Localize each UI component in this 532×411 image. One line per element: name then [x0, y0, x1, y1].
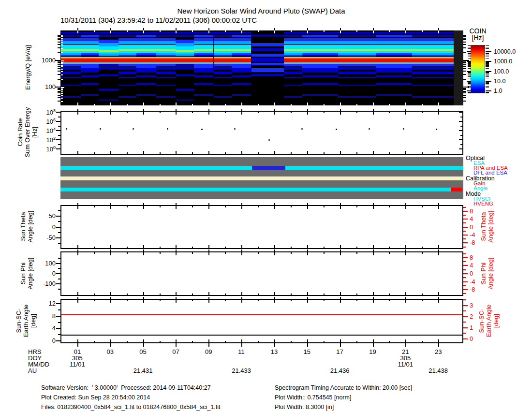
tick [463, 71, 466, 72]
spectrogram-band [302, 94, 339, 96]
tick [176, 28, 177, 30]
tick [241, 339, 242, 342]
tick [468, 59, 471, 59]
spectrogram-band [136, 68, 156, 73]
tick [291, 300, 292, 301]
tick [463, 222, 466, 223]
spectrogram-band [118, 41, 136, 45]
tick [291, 247, 292, 248]
tick [405, 252, 406, 255]
tick [486, 72, 489, 72]
tick [468, 81, 471, 82]
tick [356, 300, 357, 301]
tick [486, 59, 489, 59]
spectrogram-band [338, 85, 376, 86]
tick [61, 95, 63, 96]
tick [192, 206, 193, 207]
plot-subtitle: 10/31/2011 (304) 23:59:42 to 11/02/2011 … [60, 16, 360, 24]
spectrogram-band [376, 45, 412, 49]
tick [463, 242, 468, 243]
spectrogram-band [284, 35, 302, 37]
tick [468, 73, 471, 74]
spectrogram-band [214, 35, 232, 37]
spectrogram-band [232, 64, 251, 68]
tick [176, 151, 177, 154]
y-tick-label: 4 [470, 262, 484, 269]
tick [324, 252, 325, 254]
spectrogram-band [338, 96, 376, 98]
tick [143, 30, 144, 33]
tick [405, 109, 406, 111]
tick [241, 30, 242, 33]
spectrogram-band [376, 41, 412, 45]
tick [61, 79, 63, 80]
tick [468, 64, 471, 65]
hour-label: 05 [135, 348, 151, 355]
tick [241, 292, 242, 295]
tick [58, 279, 60, 279]
spectrogram-band [176, 32, 193, 33]
tick [438, 300, 439, 303]
plot-title: New Horizon Solar Wind Around Pluto (SWA… [116, 7, 406, 15]
spectrogram-band [156, 59, 176, 62]
tick [486, 85, 489, 85]
y-tick-label: 1 [470, 324, 484, 331]
y-tick-label: 8 [470, 207, 484, 215]
spectrogram-band [194, 41, 214, 45]
spectrogram-band [376, 64, 412, 68]
tick [468, 92, 471, 92]
tick [176, 103, 177, 105]
tick [324, 152, 325, 154]
y-tick-label: 0 [470, 270, 484, 277]
tick [438, 28, 439, 30]
tick [110, 297, 111, 299]
spectrogram-band [136, 41, 156, 45]
tick [307, 203, 308, 205]
tick [463, 235, 468, 235]
colorbar-tick-label: 100.0 [494, 68, 523, 75]
tick [486, 92, 489, 92]
spectrogram-band [284, 77, 302, 78]
tick [307, 151, 308, 154]
spectrogram-band [284, 96, 302, 98]
spectrogram-band [118, 32, 136, 33]
tick [340, 206, 341, 209]
tick [468, 82, 471, 83]
tick [58, 64, 60, 65]
spectrogram-band [118, 66, 136, 70]
y-tick-label: 0 [470, 335, 484, 342]
tick [463, 42, 466, 43]
spectrogram-band [156, 45, 176, 49]
hour-label: 07 [168, 348, 183, 355]
tick [258, 30, 259, 32]
tick [463, 316, 468, 317]
tick [373, 297, 374, 299]
tick [160, 152, 161, 154]
spectrogram-band [81, 45, 99, 49]
plot-width-norm-line: Plot Width:: 0.754545 [norm] [275, 393, 478, 402]
spectrogram-band [214, 72, 232, 73]
y-tick-label: 0 [30, 223, 56, 231]
spectrogram-band [136, 45, 156, 49]
tick [340, 151, 341, 154]
spectrogram-band [61, 77, 81, 78]
status-bars-panel [60, 157, 463, 199]
tick [56, 112, 60, 113]
tick [58, 66, 60, 67]
spectrogram-band [302, 68, 339, 73]
tick [356, 104, 357, 105]
tick [373, 252, 374, 255]
spectrogram-band [99, 43, 118, 47]
tick [160, 30, 161, 32]
files-line: Files: 0182390400_0x584_sci_1.fit to 018… [41, 402, 268, 411]
tick [274, 343, 275, 347]
tick [110, 339, 111, 342]
tick [463, 273, 468, 274]
tick [208, 103, 209, 105]
tick [127, 30, 128, 32]
spectrogram-band [338, 32, 376, 33]
tick [61, 101, 63, 102]
spectrogram-band [251, 54, 284, 57]
hour-label: 01 [70, 348, 85, 355]
coin-rate-y-label-1: Coin Rate [16, 103, 24, 161]
